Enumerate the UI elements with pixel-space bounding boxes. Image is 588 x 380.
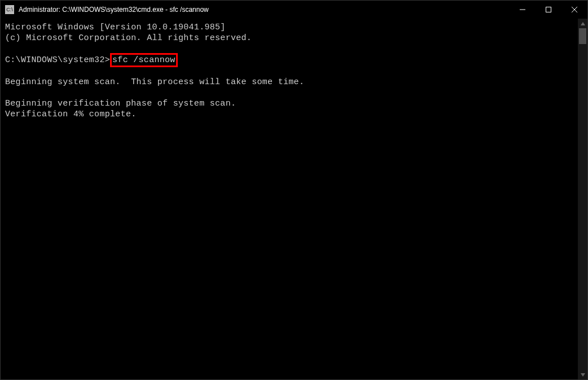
progress-line: Verification 4% complete. xyxy=(5,110,137,119)
cmd-icon: C:\ xyxy=(5,5,14,14)
command-highlight: sfc /scannow xyxy=(110,53,178,67)
command-text: sfc /scannow xyxy=(112,55,175,65)
window-controls xyxy=(510,1,587,19)
scan-begin-line: Beginning system scan. This process will… xyxy=(5,77,304,87)
close-button[interactable] xyxy=(561,1,587,19)
version-line: Microsoft Windows [Version 10.0.19041.98… xyxy=(5,23,226,32)
svg-marker-5 xyxy=(581,373,585,377)
titlebar[interactable]: C:\ Administrator: C:\WINDOWS\system32\c… xyxy=(1,1,587,19)
copyright-line: (c) Microsoft Corporation. All rights re… xyxy=(5,33,252,43)
scroll-up-arrow[interactable] xyxy=(578,19,587,28)
titlebar-left: C:\ Administrator: C:\WINDOWS\system32\c… xyxy=(1,5,209,14)
prompt: C:\WINDOWS\system32> xyxy=(5,55,110,65)
content-area: Microsoft Windows [Version 10.0.19041.98… xyxy=(1,19,587,379)
svg-rect-1 xyxy=(546,7,551,12)
scroll-track[interactable] xyxy=(578,28,587,370)
maximize-button[interactable] xyxy=(536,1,561,19)
scroll-down-arrow[interactable] xyxy=(578,370,587,379)
verify-begin-line: Beginning verification phase of system s… xyxy=(5,99,236,108)
vertical-scrollbar[interactable] xyxy=(578,19,587,379)
cmd-window: C:\ Administrator: C:\WINDOWS\system32\c… xyxy=(0,0,588,380)
minimize-button[interactable] xyxy=(510,1,536,19)
terminal-output[interactable]: Microsoft Windows [Version 10.0.19041.98… xyxy=(1,19,578,379)
svg-marker-4 xyxy=(581,22,585,25)
window-title: Administrator: C:\WINDOWS\system32\cmd.e… xyxy=(19,6,209,14)
scroll-thumb[interactable] xyxy=(579,28,586,44)
